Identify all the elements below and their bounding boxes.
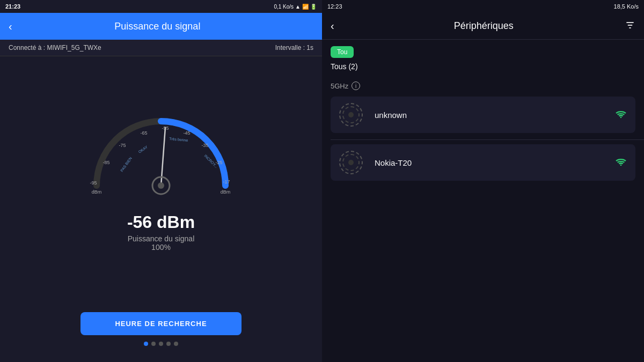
freq-text: 5GHz — [331, 82, 348, 90]
tab-buttons: Tou — [331, 46, 635, 58]
device-name-unknown: unknown — [370, 110, 615, 120]
page-dots — [144, 342, 178, 346]
freq-label: 5GHz i — [331, 82, 635, 90]
tab-tous-button[interactable]: Tou — [331, 46, 354, 58]
filter-icon[interactable] — [625, 20, 635, 33]
svg-text:Très bonne: Très bonne — [169, 137, 188, 142]
tab-all-label: Tous (2) — [331, 62, 635, 75]
gauge-area: -95 -85 -75 -65 -55 -45 -35 -25 -17 PAS … — [0, 56, 322, 306]
freq-info-icon[interactable]: i — [352, 82, 360, 90]
svg-text:-45: -45 — [183, 130, 190, 136]
svg-point-22 — [620, 164, 622, 165]
search-time-button[interactable]: HEURE DE RECHERCHE — [80, 312, 241, 335]
left-panel: 21:23 0,1 Ko/s ▲ 📶 🔋 ‹ Puissance du sign… — [0, 0, 322, 362]
svg-text:-65: -65 — [140, 130, 147, 136]
tabs-area: Tou Tous (2) — [322, 40, 644, 77]
left-network-speed: 0,1 Ko/s — [274, 4, 294, 10]
svg-text:-75: -75 — [119, 143, 126, 148]
device-divider — [331, 139, 644, 140]
left-back-button[interactable]: ‹ — [9, 20, 12, 33]
gauge-svg: -95 -85 -75 -65 -55 -45 -35 -25 -17 PAS … — [86, 110, 236, 196]
wifi-status-icon: 📶 — [302, 4, 309, 10]
device-name-nokia: Nokia-T20 — [370, 158, 615, 167]
right-app-title: Périphériques — [343, 20, 625, 32]
left-status-bar: 21:23 0,1 Ko/s ▲ 📶 🔋 — [0, 0, 322, 13]
svg-point-21 — [620, 116, 622, 117]
left-app-title: Puissance du signal — [21, 21, 294, 32]
device-wifi-icon-nokia — [615, 157, 627, 168]
signal-icon: ▲ — [295, 4, 301, 10]
left-time: 21:23 — [5, 3, 20, 10]
svg-text:OKAY: OKAY — [138, 145, 149, 154]
freq-section: 5GHz i unknown — [322, 77, 644, 187]
interval-label: Intervalle : 1s — [275, 44, 313, 51]
dot-1 — [144, 342, 148, 346]
dot-2 — [151, 342, 156, 346]
battery-icon: 🔋 — [310, 4, 317, 10]
svg-text:dBm: dBm — [221, 189, 231, 195]
gauge-container: -95 -85 -75 -65 -55 -45 -35 -25 -17 PAS … — [86, 110, 236, 196]
right-panel: 12:23 18,5 Ko/s ‹ Périphériques Tou Tous… — [322, 0, 644, 362]
right-app-header: ‹ Périphériques — [322, 13, 644, 40]
dot-4 — [166, 342, 171, 346]
device-name-text-nokia: Nokia-T20 — [375, 158, 412, 167]
svg-text:-17: -17 — [223, 179, 230, 184]
dot-3 — [159, 342, 163, 346]
svg-text:-85: -85 — [103, 160, 109, 165]
device-item-unknown[interactable]: unknown — [331, 97, 635, 133]
left-status-right: 0,1 Ko/s ▲ 📶 🔋 — [274, 4, 317, 10]
gauge-percent: 100% — [127, 243, 195, 252]
left-app-header: ‹ Puissance du signal — [0, 13, 322, 40]
gauge-reading: -56 dBm Puissance du signal 100% — [127, 212, 195, 252]
dot-5 — [174, 342, 178, 346]
right-network-speed: 18,5 Ko/s — [614, 3, 639, 10]
device-name-text-unknown: unknown — [375, 110, 407, 120]
svg-text:-35: -35 — [201, 143, 208, 148]
device-list: unknown — [331, 97, 635, 183]
svg-point-15 — [158, 182, 164, 189]
gauge-dbm-value: -56 dBm — [127, 212, 195, 232]
gauge-label: Puissance du signal — [127, 234, 195, 243]
svg-text:dBm: dBm — [92, 189, 102, 195]
svg-text:PAS BIEN: PAS BIEN — [120, 157, 133, 173]
device-wifi-icon-unknown — [615, 109, 627, 121]
svg-text:-95: -95 — [90, 180, 97, 186]
device-item-nokia[interactable]: Nokia-T20 — [331, 144, 635, 181]
device-avatar-nokia — [339, 151, 363, 174]
connected-label: Connecté à : MIWIFI_5G_TWXe — [9, 44, 101, 51]
right-status-bar: 12:23 18,5 Ko/s — [322, 0, 644, 13]
device-avatar-unknown — [339, 103, 363, 127]
right-back-button[interactable]: ‹ — [331, 20, 334, 32]
connection-info-bar: Connecté à : MIWIFI_5G_TWXe Intervalle :… — [0, 40, 322, 56]
bottom-btn-area: HEURE DE RECHERCHE — [0, 306, 322, 362]
right-time: 12:23 — [327, 3, 342, 10]
